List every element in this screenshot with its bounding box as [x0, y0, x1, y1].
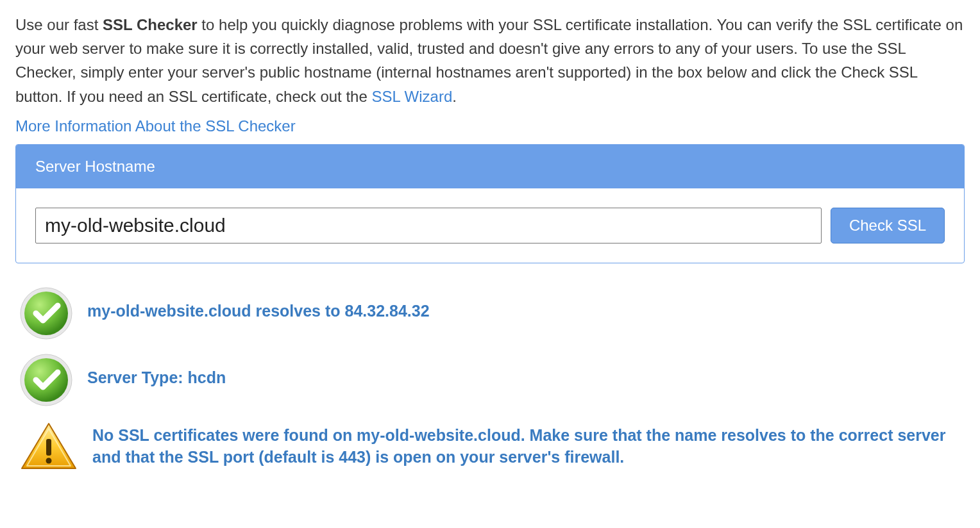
check-circle-icon — [19, 353, 73, 407]
results-list: my-old-website.cloud resolves to 84.32.8… — [15, 286, 965, 474]
result-row: Server Type: hcdn — [19, 353, 965, 407]
intro-text: Use our fast SSL Checker to help you qui… — [15, 13, 965, 108]
result-resolve-text: my-old-website.cloud resolves to 84.32.8… — [87, 286, 430, 322]
check-circle-icon — [19, 286, 73, 340]
warning-triangle-icon — [19, 420, 78, 474]
result-row: my-old-website.cloud resolves to 84.32.8… — [19, 286, 965, 340]
svg-point-5 — [46, 458, 52, 463]
result-warning-text: No SSL certificates were found on my-old… — [92, 420, 965, 468]
intro-prefix: Use our fast — [15, 16, 103, 33]
svg-rect-4 — [46, 439, 51, 456]
more-info-link[interactable]: More Information About the SSL Checker — [15, 117, 296, 135]
result-server-type-text: Server Type: hcdn — [87, 353, 226, 389]
panel-body: Check SSL — [16, 188, 964, 263]
panel-header: Server Hostname — [16, 145, 964, 188]
result-row: No SSL certificates were found on my-old… — [19, 420, 965, 474]
hostname-panel: Server Hostname Check SSL — [15, 144, 965, 263]
intro-bold: SSL Checker — [103, 16, 198, 33]
check-ssl-button[interactable]: Check SSL — [831, 208, 945, 243]
hostname-input[interactable] — [35, 208, 822, 243]
ssl-wizard-link[interactable]: SSL Wizard — [371, 88, 452, 105]
intro-suffix: . — [452, 88, 457, 105]
